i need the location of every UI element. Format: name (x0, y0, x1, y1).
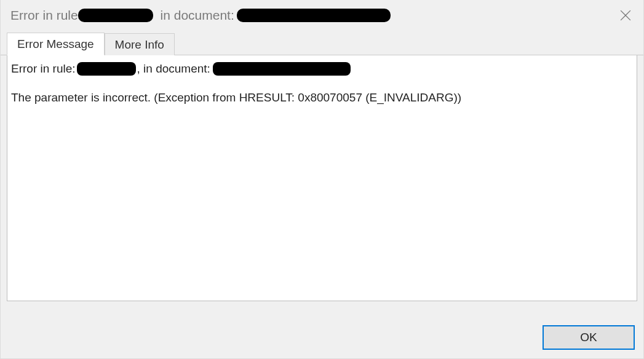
button-row: OK (543, 325, 635, 350)
tab-label: Error Message (17, 37, 94, 50)
title-prefix: Error in rule (10, 8, 78, 23)
close-icon (620, 10, 631, 21)
redacted-document-name-body (213, 62, 351, 76)
tab-label: More Info (115, 38, 164, 51)
error-line1-middle: , in document: (137, 60, 210, 78)
tab-error-message[interactable]: Error Message (7, 33, 105, 55)
tabstrip: Error Message More Info (1, 31, 643, 55)
title-middle: in document: (157, 8, 234, 23)
ok-button[interactable]: OK (543, 325, 635, 350)
redacted-document-name (237, 9, 391, 22)
error-line1-prefix: Error in rule: (11, 60, 76, 78)
error-dialog: Error in rule in document: Error Message… (0, 0, 644, 359)
content-wrap: Error in rule: , in document: The parame… (1, 55, 643, 307)
close-button[interactable] (616, 6, 635, 25)
error-body-text: The parameter is incorrect. (Exception f… (11, 89, 633, 107)
error-header-line: Error in rule: , in document: (11, 60, 633, 78)
error-message-panel: Error in rule: , in document: The parame… (7, 55, 637, 301)
titlebar: Error in rule in document: (1, 0, 643, 31)
redacted-rule-name-body (77, 62, 136, 76)
ok-button-label: OK (580, 331, 597, 344)
tab-more-info[interactable]: More Info (105, 33, 175, 55)
redacted-rule-name (78, 9, 153, 22)
